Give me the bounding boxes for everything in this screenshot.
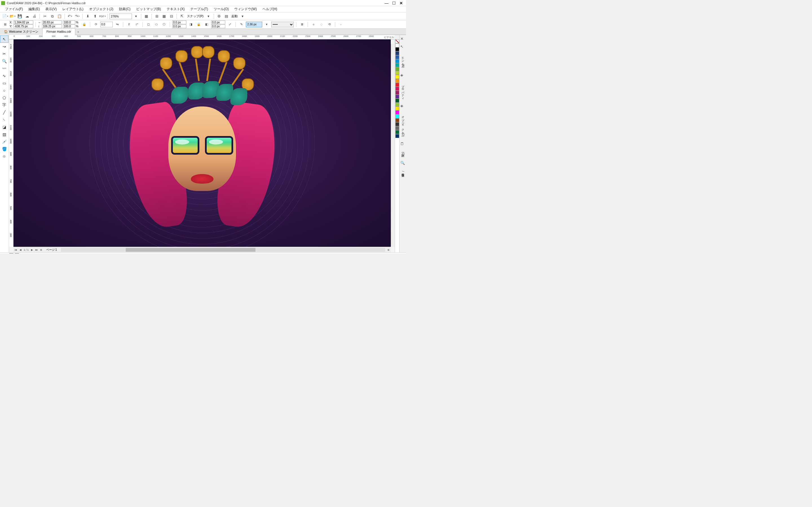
color-swatch[interactable] [395,134,399,138]
cloud-button[interactable]: ☁ [24,13,31,20]
docker-objects[interactable]: オブジェクト(O) [400,112,405,139]
height-input[interactable] [42,24,62,28]
outline-swatch[interactable] [9,253,13,254]
launch-icon[interactable]: ▤ [223,13,230,20]
prev-page-button[interactable]: ◀ [18,247,22,252]
close-docker-icon[interactable]: ✕ [400,37,405,42]
line-style-dropdown[interactable]: ━━━ [271,22,294,27]
outline-width-dropdown[interactable]: ▾ [263,21,270,28]
y-input[interactable] [13,24,33,28]
color-swatch[interactable] [395,83,399,87]
parallel-dim-tool[interactable]: ╱ [0,109,8,116]
add-page-button[interactable]: ⊕ [39,247,43,252]
corner-square-button[interactable]: ◻ [145,21,152,28]
x-input[interactable] [13,20,33,24]
import-button[interactable]: ⬇ [84,13,91,20]
corner-tr-input[interactable] [211,20,225,24]
vertical-ruler[interactable]: 1700160015001400130012001100100090080070… [9,44,13,247]
color-swatch[interactable] [395,67,399,71]
color-swatch[interactable] [395,110,399,114]
color-swatch[interactable] [395,122,399,126]
rotation-input[interactable] [100,22,113,27]
add-button[interactable]: + [338,21,344,28]
launch-dropdown[interactable]: ▾ [239,13,246,20]
rectangle-tool[interactable]: ▭ [0,79,8,87]
corner-chamfer-button[interactable]: ⬠ [161,21,167,28]
horizontal-scrollbar[interactable] [61,248,385,252]
zoom-navigator-button[interactable]: ⊕ [386,247,391,252]
polygon-tool[interactable]: ⬠ [0,94,8,101]
shape-tool[interactable]: ↝ [0,43,8,50]
scale-y-input[interactable] [63,24,75,28]
pick-tool[interactable]: ↖ [0,36,8,43]
lock-ratio-button[interactable]: 🔒 [81,21,88,28]
menu-view[interactable]: 表示(V) [43,7,59,11]
transparency-tool[interactable]: ▨ [0,131,8,138]
artistic-tool[interactable]: ∿ [0,72,8,79]
tab-welcome[interactable]: 🏠Welcome スクリーン [0,29,43,35]
color-swatch[interactable] [395,55,399,59]
color-swatch[interactable] [395,79,399,83]
fullscreen-button[interactable]: ▦ [143,13,150,20]
search-icon[interactable]: 🔍 [400,161,405,166]
color-swatch[interactable] [395,75,399,79]
crop-tool[interactable]: ✂ [0,50,8,57]
next-page-button[interactable]: ▶ [30,247,35,252]
wrap-text-button[interactable]: ≣ [299,21,305,28]
color-swatch[interactable] [395,103,399,107]
vertical-scrollbar[interactable] [391,44,395,247]
snap-dropdown[interactable]: ▾ [205,13,212,20]
print-button[interactable]: 🖨 [31,13,38,20]
ellipse-tool[interactable]: ○ [0,87,8,94]
order-front-button[interactable]: ◈ [310,21,317,28]
menu-file[interactable]: ファイル(F) [2,7,26,11]
docker-notes[interactable]: 注記(C) [400,150,405,158]
menu-window[interactable]: ウィンドウ(W) [232,7,259,11]
color-swatch[interactable] [395,59,399,63]
maximize-button[interactable]: ☐ [390,1,398,6]
layers-icon[interactable]: ◈ [400,104,405,109]
copy-button[interactable]: ⧉ [49,13,56,20]
fill-tool[interactable]: 🪣 [0,145,8,153]
dropshadow-tool[interactable]: ◪ [0,123,8,131]
fill-swatch[interactable] [15,253,19,254]
color-swatch[interactable] [395,126,399,130]
menu-table[interactable]: テーブル(T) [188,7,211,11]
color-swatch[interactable] [395,107,399,110]
mirror-h-button[interactable]: ⇋ [114,21,121,28]
expand-icon[interactable]: ▸ [2,253,3,253]
docker-find[interactable]: 検索/置換 [400,169,405,174]
save-button[interactable]: 💾 [16,13,23,20]
outline-width-input[interactable] [246,22,262,27]
menu-text[interactable]: テキスト(X) [164,7,188,11]
close-button[interactable]: ✕ [398,1,405,6]
pdf-button[interactable]: PDF [99,13,106,20]
export-button[interactable]: ⬆ [92,13,98,20]
zoom-dropdown[interactable]: ▾ [133,13,139,20]
mirror-v-button[interactable]: ⥯ [125,21,132,28]
color-swatch[interactable] [395,118,399,122]
menu-effect[interactable]: 効果(C) [116,7,133,11]
new-tab-button[interactable]: + [75,30,81,34]
color-swatch[interactable] [395,63,399,67]
page-tab[interactable]: ページ 1 [43,248,60,252]
convert-curves-button[interactable]: ⟲ [326,21,333,28]
connector-tool[interactable]: ⟍ [0,116,8,123]
origin-grid-icon[interactable]: ⊞ [2,21,8,28]
color-swatch[interactable] [395,51,399,55]
first-page-button[interactable]: ⏮ [13,247,18,252]
freehand-tool[interactable]: 〰 [0,65,8,72]
color-swatch[interactable] [395,43,399,47]
color-swatch[interactable] [395,87,399,91]
color-swatch[interactable] [395,47,399,51]
more-tools[interactable]: ⊕ [0,153,8,160]
new-button[interactable]: 📄 [2,13,8,20]
zoom-tool[interactable]: 🔍 [0,57,8,65]
menu-tool[interactable]: ツール(O) [211,7,232,11]
color-swatch[interactable] [395,71,399,75]
docker-hints[interactable]: ヒント(N) [400,52,405,70]
flip-button[interactable]: ⥂ [133,21,140,28]
color-swatch[interactable] [395,99,399,103]
corner-bl-input[interactable] [172,24,186,28]
corner-round-button[interactable]: ⬭ [153,21,160,28]
